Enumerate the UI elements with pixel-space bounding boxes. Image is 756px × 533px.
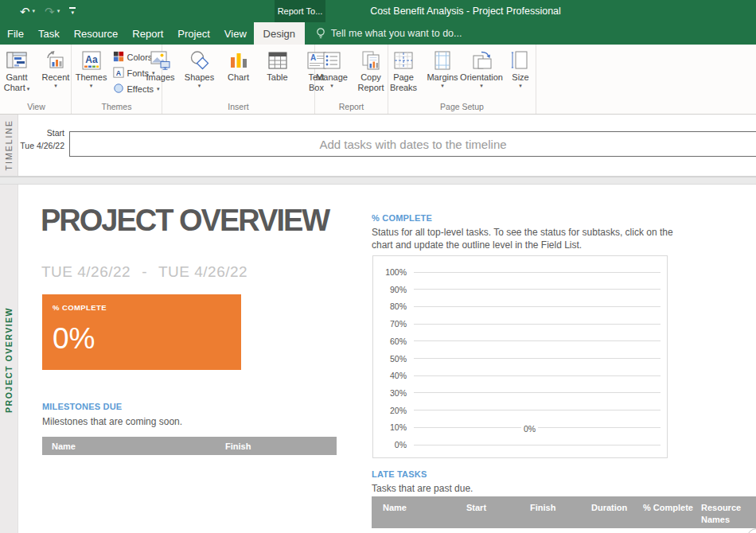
- timeline-start-date: Tue 4/26/22: [18, 139, 64, 152]
- report-date-range[interactable]: TUE 4/26/22-TUE 4/26/22: [41, 263, 247, 281]
- timeline-add-tasks-box[interactable]: Add tasks with dates to the timeline: [69, 131, 756, 157]
- tell-me[interactable]: Tell me what you want to do...: [315, 22, 462, 45]
- recent-chart-icon: [45, 49, 66, 72]
- y-axis-tick-label: 0%: [378, 440, 407, 449]
- copy-report-icon: [360, 49, 381, 72]
- timeline-start: Start Tue 4/26/22: [18, 126, 64, 153]
- ribbon-manage-button[interactable]: Manage▾: [313, 47, 351, 91]
- late-tasks-column--complete[interactable]: % Complete: [643, 502, 701, 514]
- ribbon: GanttChart ▾Recent▾ViewAaThemes▾Colors▾A…: [0, 45, 756, 115]
- late-tasks-column-resource-names[interactable]: Resource Names: [701, 502, 756, 526]
- tab-project[interactable]: Project: [170, 22, 216, 45]
- gridline: [414, 410, 661, 410]
- late-tasks-column-finish[interactable]: Finish: [530, 502, 591, 514]
- timeline-tab[interactable]: TIMELINE: [0, 115, 18, 176]
- y-axis-tick-label: 80%: [378, 302, 407, 311]
- ribbon-group-page-setup: PageBreaksMargins▾Orientation▾Size▾Page …: [388, 45, 536, 114]
- timeline-start-label: Start: [18, 126, 64, 139]
- report-area: PROJECT OVERVIEW PROJECT OVERVIEW TUE 4/…: [0, 185, 756, 533]
- ribbon-images-button[interactable]: Images: [142, 47, 180, 84]
- tab-resource[interactable]: Resource: [67, 22, 126, 45]
- redo-button[interactable]: ↷▾: [45, 6, 60, 18]
- ribbon-effects-label: Effects: [127, 84, 154, 94]
- ribbon-group-themes-label: Themes: [72, 101, 162, 114]
- undo-dropdown-icon: ▾: [33, 8, 36, 14]
- ribbon-size-button[interactable]: Size▾: [501, 47, 540, 91]
- ribbon-manage-label: Manage: [316, 72, 348, 83]
- ribbon-recent-label: Recent: [42, 72, 70, 83]
- ribbon-group-view-body: GanttChart ▾Recent▾: [2, 45, 71, 101]
- ribbon-recent-button[interactable]: Recent▾: [37, 47, 75, 91]
- redo-icon: ↷: [45, 6, 55, 18]
- tab-file[interactable]: File: [0, 22, 31, 45]
- ribbon-effects-button[interactable]: Effects▾: [113, 83, 160, 95]
- y-axis-tick-label: 50%: [378, 354, 407, 364]
- y-axis-tick-label: 100%: [378, 267, 407, 277]
- ribbon-page-breaks-button[interactable]: PageBreaks: [384, 47, 423, 94]
- y-axis-tick-label: 30%: [378, 388, 407, 398]
- gantt-chart-icon: [6, 49, 27, 72]
- gridline: [414, 375, 661, 376]
- page-breaks-icon: [393, 49, 414, 72]
- undo-button[interactable]: ↶▾: [20, 6, 35, 18]
- date-separator: -: [142, 263, 147, 280]
- percent-complete-card[interactable]: % COMPLETE 0%: [42, 294, 241, 370]
- chart-gridline-row: 50%: [378, 353, 661, 364]
- window-title: Cost Benefit Analysis - Project Professi…: [175, 0, 756, 22]
- customize-quick-access-button[interactable]: ▾: [69, 7, 76, 15]
- manage-icon: [321, 49, 342, 72]
- ribbon-orientation-button[interactable]: Orientation▾: [462, 47, 501, 91]
- ribbon-copy-report-label: Report: [357, 83, 384, 93]
- milestones-heading: MILESTONES DUE: [42, 402, 122, 411]
- ribbon-gantt-chart-label: Chart ▾: [4, 83, 29, 93]
- tab-view[interactable]: View: [217, 22, 254, 45]
- ribbon-images-label: Images: [146, 72, 174, 83]
- late-tasks-column-start[interactable]: Start: [466, 502, 530, 514]
- timeline-placeholder: Add tasks with dates to the timeline: [319, 138, 506, 151]
- table-icon: [267, 49, 288, 72]
- tab-report[interactable]: Report: [125, 22, 170, 45]
- ribbon-group-page-setup-body: PageBreaksMargins▾Orientation▾Size▾: [388, 45, 536, 101]
- report-title[interactable]: PROJECT OVERVIEW: [41, 204, 329, 238]
- late-tasks-column-duration[interactable]: Duration: [591, 502, 643, 514]
- chevron-down-icon: ▾: [157, 86, 160, 92]
- orientation-icon: [471, 49, 492, 72]
- chart-heading: % COMPLETE: [372, 213, 432, 223]
- ribbon-themes-button[interactable]: AaThemes▾: [72, 47, 111, 91]
- shapes-icon: [189, 49, 210, 72]
- themes-icon: Aa: [81, 49, 102, 72]
- ribbon-gantt-chart-button[interactable]: GanttChart ▾: [0, 47, 36, 94]
- tab-design[interactable]: Design: [254, 22, 305, 45]
- svg-text:A: A: [115, 69, 121, 77]
- timeline-tab-label: TIMELINE: [4, 119, 14, 170]
- ribbon-margins-button[interactable]: Margins▾: [423, 47, 462, 91]
- late-tasks-table-header[interactable]: NameStartFinishDuration% CompleteResourc…: [372, 496, 756, 528]
- late-tasks-column-name[interactable]: Name: [383, 502, 466, 514]
- y-axis-tick-label: 10%: [378, 422, 407, 432]
- ribbon-table-button[interactable]: Table: [259, 47, 297, 84]
- milestones-table-header[interactable]: NameFinish: [42, 437, 337, 455]
- pane-splitter[interactable]: [0, 177, 756, 185]
- milestones-column-finish[interactable]: Finish: [225, 442, 321, 451]
- ribbon-group-report-body: Manage▾CopyReport: [315, 45, 388, 101]
- report-sidebar-label[interactable]: PROJECT OVERVIEW: [4, 307, 14, 413]
- milestones-column-name[interactable]: Name: [52, 442, 225, 451]
- tabs: FileTaskResourceReportProjectViewDesign: [0, 22, 305, 45]
- chart-gridline-row: 40%: [378, 370, 661, 381]
- ribbon-tab-row: FileTaskResourceReportProjectViewDesign …: [0, 22, 756, 45]
- chevron-down-icon: ▾: [90, 83, 93, 89]
- chevron-down-icon: ▾: [441, 83, 444, 89]
- ribbon-shapes-button[interactable]: Shapes▾: [181, 47, 219, 91]
- gridline: [414, 445, 661, 445]
- ribbon-chart-button[interactable]: Chart: [220, 47, 258, 84]
- gridline: [414, 340, 661, 341]
- gridline: [414, 306, 661, 307]
- y-axis-tick-label: 60%: [378, 337, 407, 346]
- tab-task[interactable]: Task: [31, 22, 67, 45]
- chevron-down-icon: ▾: [198, 83, 201, 89]
- contextual-tab-report-tools[interactable]: Report To...: [275, 0, 325, 22]
- ribbon-group-view: GanttChart ▾Recent▾View: [2, 45, 72, 114]
- percent-complete-chart[interactable]: 100%90%80%70%60%50%40%30%20%10%0% 0%: [372, 255, 668, 458]
- ribbon-group-page-setup-label: Page Setup: [388, 101, 536, 114]
- ribbon-group-report-label: Report: [315, 101, 388, 114]
